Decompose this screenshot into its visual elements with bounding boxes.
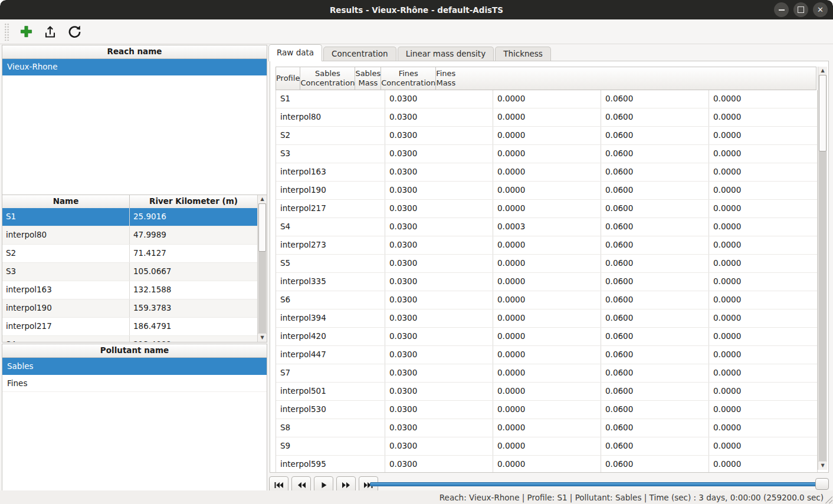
- profile-cell: S8: [276, 419, 385, 437]
- data-row[interactable]: S9 0.0300 0.0000 0.0600 0.0000: [276, 437, 817, 456]
- profile-cell: S7: [276, 364, 385, 382]
- sables-concentration-cell: 0.0300: [385, 383, 493, 400]
- profile-cell: interpol80: [276, 108, 385, 126]
- sables-concentration-cell: 0.0300: [385, 419, 493, 437]
- sables-mass-cell: 0.0000: [493, 182, 601, 199]
- close-icon: ✕: [817, 6, 824, 14]
- sables-concentration-cell: 0.0300: [385, 145, 493, 163]
- data-row[interactable]: interpol335 0.0300 0.0000 0.0600 0.0000: [276, 273, 817, 291]
- fines-mass-cell: 0.0000: [709, 419, 817, 437]
- column-header-name[interactable]: Name: [2, 195, 130, 208]
- fines-mass-cell: 0.0000: [709, 383, 817, 400]
- sables-mass-cell: 0.0000: [493, 236, 601, 254]
- time-slider[interactable]: [370, 477, 829, 492]
- profiles-scroll-track[interactable]: [258, 203, 266, 334]
- data-row[interactable]: S6 0.0300 0.0000 0.0600 0.0000: [276, 291, 817, 309]
- sables-mass-cell: 0.0003: [493, 218, 601, 236]
- profile-name-cell: S3: [2, 263, 130, 281]
- refresh-button[interactable]: [67, 24, 82, 39]
- minimize-button[interactable]: [774, 2, 789, 17]
- fines-mass-cell: 0.0000: [709, 456, 817, 472]
- data-column-header[interactable]: Fines Concentration: [381, 67, 436, 90]
- data-row[interactable]: interpol595 0.0300 0.0000 0.0600 0.0000: [276, 456, 817, 472]
- tab[interactable]: Linear mass density: [398, 47, 494, 61]
- data-row[interactable]: S1 0.0300 0.0000 0.0600 0.0000: [276, 90, 817, 108]
- data-row[interactable]: interpol217 0.0300 0.0000 0.0600 0.0000: [276, 200, 817, 218]
- scroll-down-icon[interactable]: ▼: [258, 333, 267, 342]
- tab[interactable]: Concentration: [323, 47, 396, 61]
- data-row[interactable]: interpol530 0.0300 0.0000 0.0600 0.0000: [276, 401, 817, 419]
- data-row[interactable]: S3 0.0300 0.0000 0.0600 0.0000: [276, 145, 817, 163]
- reach-panel-header[interactable]: Reach name: [2, 45, 267, 59]
- profile-row[interactable]: S4 213.4089: [2, 336, 258, 342]
- data-row[interactable]: interpol273 0.0300 0.0000 0.0600 0.0000: [276, 236, 817, 255]
- data-row[interactable]: interpol163 0.0300 0.0000 0.0600 0.0000: [276, 163, 817, 182]
- fines-concentration-cell: 0.0600: [601, 163, 709, 181]
- fines-concentration-cell: 0.0600: [601, 145, 709, 163]
- data-row[interactable]: S5 0.0300 0.0000 0.0600 0.0000: [276, 255, 817, 273]
- data-row[interactable]: interpol447 0.0300 0.0000 0.0600 0.0000: [276, 346, 817, 364]
- sables-mass-cell: 0.0000: [493, 364, 601, 382]
- profile-name-cell: S4: [2, 336, 130, 342]
- profile-row[interactable]: interpol80 47.9989: [2, 226, 258, 245]
- reach-list: Vieux-Rhone: [2, 59, 267, 75]
- data-row[interactable]: interpol190 0.0300 0.0000 0.0600 0.0000: [276, 182, 817, 200]
- data-scroll-track[interactable]: [819, 75, 827, 462]
- title-bar[interactable]: Results - Vieux-Rhône - default-AdisTS ✕: [0, 0, 833, 19]
- scroll-up-icon[interactable]: ▲: [258, 195, 267, 203]
- data-row[interactable]: S8 0.0300 0.0000 0.0600 0.0000: [276, 419, 817, 437]
- data-row[interactable]: interpol394 0.0300 0.0000 0.0600 0.0000: [276, 309, 817, 328]
- column-header-river-kilometer[interactable]: River Kilometer (m): [130, 195, 258, 208]
- data-scroll-thumb[interactable]: [819, 75, 827, 151]
- data-column-header[interactable]: Sables Concentration: [300, 67, 355, 90]
- profile-row[interactable]: interpol217 186.4791: [2, 318, 258, 336]
- time-slider-handle[interactable]: [815, 478, 829, 490]
- profile-row[interactable]: S1 25.9016: [2, 208, 258, 226]
- data-row[interactable]: interpol80 0.0300 0.0000 0.0600 0.0000: [276, 108, 817, 127]
- window-controls: ✕: [774, 2, 828, 17]
- reach-list-item[interactable]: Vieux-Rhone: [2, 59, 267, 75]
- toolbar-drag-handle[interactable]: [4, 23, 9, 41]
- sables-concentration-cell: 0.0300: [385, 273, 493, 291]
- sables-mass-cell: 0.0000: [493, 145, 601, 163]
- profile-row[interactable]: interpol163 132.1588: [2, 281, 258, 299]
- data-table-scrollbar[interactable]: ▲ ▼: [818, 67, 827, 470]
- tab[interactable]: Raw data: [268, 44, 322, 61]
- refresh-icon: [67, 25, 81, 39]
- export-button[interactable]: [42, 24, 58, 39]
- profile-row[interactable]: interpol190 159.3783: [2, 299, 258, 318]
- profile-cell: interpol595: [276, 456, 385, 472]
- data-row[interactable]: S7 0.0300 0.0000 0.0600 0.0000: [276, 364, 817, 383]
- data-row[interactable]: S4 0.0300 0.0003 0.0600 0.0000: [276, 218, 817, 236]
- fines-concentration-cell: 0.0600: [601, 346, 709, 364]
- header-line-1: Profile: [276, 74, 300, 83]
- time-slider-track[interactable]: [370, 482, 829, 486]
- data-row[interactable]: interpol501 0.0300 0.0000 0.0600 0.0000: [276, 383, 817, 401]
- data-column-header[interactable]: Profile: [276, 67, 300, 90]
- profile-cell: interpol273: [276, 236, 385, 254]
- profile-name-cell: interpol163: [2, 281, 130, 299]
- close-button[interactable]: ✕: [813, 2, 828, 17]
- fines-concentration-cell: 0.0600: [601, 364, 709, 382]
- data-row[interactable]: S2 0.0300 0.0000 0.0600 0.0000: [276, 127, 817, 145]
- scroll-down-icon[interactable]: ▼: [818, 461, 827, 470]
- sables-concentration-cell: 0.0300: [385, 364, 493, 382]
- fines-mass-cell: 0.0000: [709, 364, 817, 382]
- pollutant-list-item[interactable]: Fines: [2, 375, 267, 392]
- profiles-scroll-thumb[interactable]: [258, 203, 266, 252]
- sables-mass-cell: 0.0000: [493, 419, 601, 437]
- maximize-button[interactable]: [793, 2, 808, 17]
- data-row[interactable]: interpol420 0.0300 0.0000 0.0600 0.0000: [276, 328, 817, 346]
- tab[interactable]: Thickness: [495, 47, 551, 61]
- profile-rk-cell: 25.9016: [130, 208, 258, 226]
- data-column-header[interactable]: Sables Mass: [355, 67, 381, 90]
- data-column-header[interactable]: Fines Mass: [436, 67, 455, 90]
- scroll-up-icon[interactable]: ▲: [818, 67, 827, 75]
- profile-row[interactable]: S3 105.0667: [2, 263, 258, 281]
- pollutant-panel-header[interactable]: Pollutant name: [2, 344, 267, 358]
- profile-row[interactable]: S2 71.4127: [2, 245, 258, 263]
- fines-concentration-cell: 0.0600: [601, 127, 709, 144]
- add-button[interactable]: [18, 24, 34, 39]
- pollutant-list-item[interactable]: Sables: [2, 358, 267, 375]
- profiles-scrollbar[interactable]: ▲ ▼: [257, 195, 267, 342]
